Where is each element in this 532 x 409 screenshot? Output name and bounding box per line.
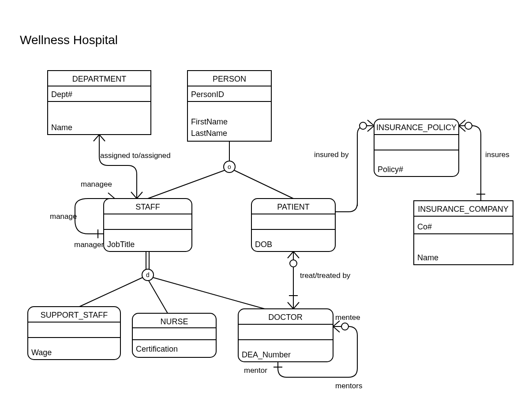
entity-key: Co# xyxy=(417,222,432,231)
entity-staff: STAFF JobTitle xyxy=(104,199,192,251)
label-mentor: mentor xyxy=(244,366,267,375)
zero-circle-policy-right xyxy=(465,122,472,129)
zero-circle-patient xyxy=(290,260,297,267)
line-d-nurse xyxy=(149,281,168,313)
entity-key: PersonID xyxy=(191,90,224,99)
entity-insurance-company: INSURANCE_COMPANY Co# Name xyxy=(414,201,513,265)
entity-nurse: NURSE Certification xyxy=(132,313,216,357)
spec-symbol-staff: d xyxy=(146,271,150,278)
entity-support-staff: SUPPORT_STAFF Wage xyxy=(28,307,120,360)
zero-circle-policy-left xyxy=(360,122,367,129)
entity-department: DEPARTMENT Dept# Name xyxy=(48,71,151,135)
entity-attr: Certification xyxy=(136,345,178,353)
entity-patient: PATIENT DOB xyxy=(251,199,335,251)
er-diagram: Wellness Hospital o assigned to/assigned… xyxy=(0,0,532,409)
label-manager: manager xyxy=(74,240,104,249)
entity-doctor: DOCTOR DEA_Number xyxy=(238,309,333,362)
diagram-title: Wellness Hospital xyxy=(20,33,118,47)
entity-attr: DOB xyxy=(255,240,272,249)
label-mentors: mentors xyxy=(335,382,362,390)
entity-person: PERSON PersonID FirstName LastName xyxy=(187,71,271,141)
label-mentee: mentee xyxy=(335,313,360,322)
label-insuredby: insured by xyxy=(314,150,349,159)
line-dept-staff xyxy=(99,135,137,199)
entity-name: INSURANCE_POLICY xyxy=(376,123,457,132)
entity-name: DEPARTMENT xyxy=(72,75,126,83)
entity-attr: JobTitle xyxy=(107,240,135,249)
label-treat: treat/treated by xyxy=(300,271,351,280)
line-patient-policy xyxy=(335,126,373,212)
spec-symbol-person: o xyxy=(228,163,231,170)
line-o-to-patient xyxy=(234,170,293,199)
zero-circle-mentee xyxy=(341,323,348,330)
line-d-support xyxy=(79,278,142,307)
label-managee: managee xyxy=(81,180,112,188)
entity-attr: Name xyxy=(51,123,72,132)
label-insures: insures xyxy=(485,150,510,159)
entity-name: INSURANCE_COMPANY xyxy=(418,205,509,214)
entity-attr: Wage xyxy=(31,348,52,357)
entity-insurance-policy: INSURANCE_POLICY Policy# xyxy=(374,119,459,176)
entity-name: PATIENT xyxy=(277,203,309,211)
entity-attr: Policy# xyxy=(378,165,403,174)
entity-attr: FirstName xyxy=(191,117,228,126)
entity-attr: DEA_Number xyxy=(242,350,291,360)
label-assigned: assigned to/assigned xyxy=(100,151,171,160)
entity-name: SUPPORT_STAFF xyxy=(41,311,108,320)
line-o-to-staff xyxy=(148,170,225,199)
entity-name: PERSON xyxy=(213,75,246,83)
line-d-doctor xyxy=(153,278,265,309)
line-policy-company xyxy=(459,126,481,201)
entity-key: Dept# xyxy=(51,90,72,99)
entity-name: NURSE xyxy=(160,317,188,326)
entity-name: DOCTOR xyxy=(268,313,303,322)
entity-attr: LastName xyxy=(191,129,227,138)
entity-name: STAFF xyxy=(135,203,160,211)
label-manage: manage xyxy=(50,212,77,221)
entity-attr: Name xyxy=(417,253,438,262)
